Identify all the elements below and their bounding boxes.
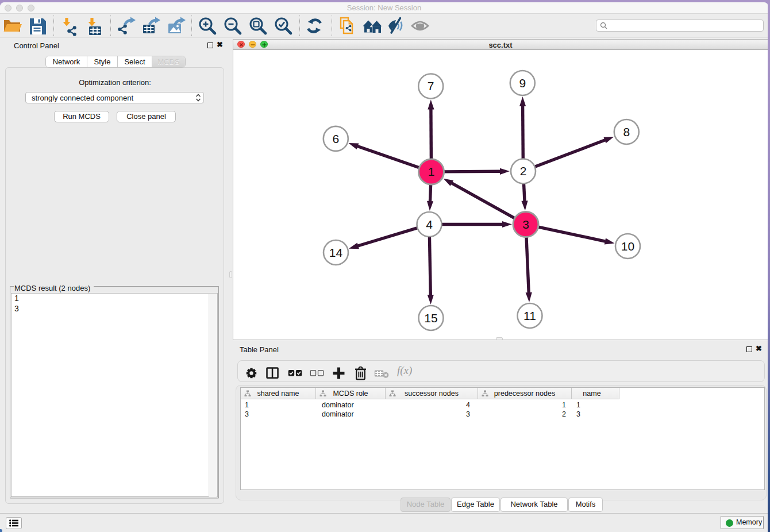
svg-text:8: 8 xyxy=(623,125,630,138)
svg-text:10: 10 xyxy=(621,240,634,253)
svg-text:2: 2 xyxy=(520,164,527,178)
svg-text:15: 15 xyxy=(424,311,437,325)
svg-text:3: 3 xyxy=(522,218,529,231)
svg-text:7: 7 xyxy=(428,79,434,92)
svg-text:6: 6 xyxy=(332,132,339,145)
svg-text:9: 9 xyxy=(519,76,526,90)
svg-text:11: 11 xyxy=(523,309,536,322)
svg-text:1: 1 xyxy=(428,165,435,178)
svg-text:4: 4 xyxy=(426,218,433,231)
svg-text:14: 14 xyxy=(329,246,343,259)
